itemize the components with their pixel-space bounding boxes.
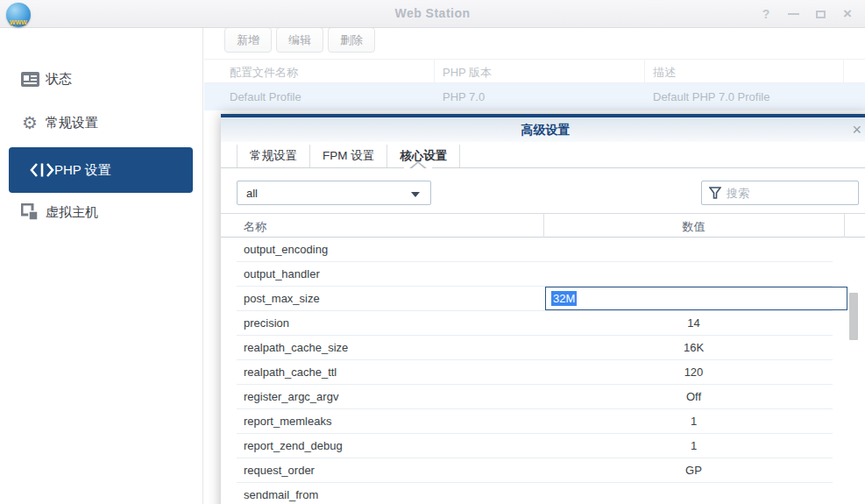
setting-value: 120 (543, 366, 844, 379)
filter-funnel-icon (709, 187, 721, 199)
setting-name: sendmail_from (244, 488, 318, 501)
sidebar-item-virtual-host[interactable]: 虚拟主机 (0, 196, 203, 228)
setting-row[interactable]: realpath_cache_size 16K (237, 336, 833, 360)
window-controls: ? × (759, 0, 854, 28)
setting-name: precision (244, 316, 289, 330)
filter-dropdown-value: all (246, 187, 258, 200)
setting-row[interactable]: realpath_cache_ttl 120 (237, 360, 833, 385)
setting-row[interactable]: report_zend_debug 1 (237, 434, 833, 458)
column-divider (844, 213, 845, 238)
setting-name: output_encoding (244, 243, 328, 256)
setting-name: realpath_cache_ttl (244, 366, 337, 379)
maximize-icon[interactable] (813, 7, 827, 21)
dialog-header: 高级设置 × (221, 117, 865, 142)
setting-value: Off (543, 390, 844, 403)
settings-rows: output_encoding output_handler post_max_… (237, 238, 833, 504)
column-divider (543, 213, 544, 238)
setting-name: request_order (244, 464, 315, 477)
column-header-value[interactable]: 数值 (543, 219, 844, 235)
setting-name: post_max_size (244, 292, 320, 305)
code-icon (30, 162, 54, 178)
setting-value: 16K (543, 341, 844, 354)
column-header-name[interactable]: 名称 (244, 219, 266, 235)
status-card-icon (19, 68, 40, 89)
dialog-title: 高级设置 (221, 123, 865, 138)
chevron-down-icon (411, 192, 420, 197)
sidebar-item-label: 状态 (46, 71, 72, 88)
help-icon[interactable]: ? (759, 7, 773, 21)
advanced-settings-dialog: 高级设置 × 常规设置 FPM 设置 核心设置 all 名称 数值 out (221, 114, 865, 504)
sidebar-item-status[interactable]: 状态 (0, 63, 203, 95)
search-box (701, 181, 859, 205)
setting-name: realpath_cache_size (244, 341, 348, 354)
close-icon[interactable]: × (840, 7, 854, 21)
scrollbar-thumb[interactable] (849, 293, 858, 340)
setting-name: report_zend_debug (244, 439, 343, 452)
setting-name: output_handler (244, 267, 320, 280)
setting-value: 1 (543, 415, 844, 428)
minimize-icon[interactable] (786, 7, 800, 21)
setting-row[interactable]: output_handler (237, 262, 833, 287)
setting-value: 14 (543, 316, 844, 330)
sidebar: 状态 ⚙ 常规设置 PHP 设置 虚拟主机 (0, 28, 203, 504)
setting-value: 1 (543, 439, 844, 452)
virtual-host-icon (19, 202, 40, 223)
window-title: Web Station (0, 6, 865, 20)
setting-row[interactable]: precision 14 (237, 311, 833, 336)
tab-underline (221, 167, 865, 168)
setting-row[interactable]: report_memleaks 1 (237, 409, 833, 434)
setting-row[interactable]: request_order GP (237, 458, 833, 483)
gear-icon: ⚙ (19, 112, 40, 133)
app-icon-label: WWW (6, 19, 31, 25)
sidebar-item-label: 虚拟主机 (46, 204, 98, 221)
setting-value: GP (543, 464, 844, 477)
tab-general-settings[interactable]: 常规设置 (237, 145, 309, 167)
sidebar-item-php-settings[interactable]: PHP 设置 (9, 147, 193, 193)
setting-row[interactable]: sendmail_from (237, 483, 833, 504)
setting-row[interactable]: output_encoding (237, 238, 833, 262)
filter-dropdown[interactable]: all (237, 181, 431, 205)
sidebar-item-general-settings[interactable]: ⚙ 常规设置 (0, 107, 203, 138)
sidebar-item-label: PHP 设置 (54, 162, 111, 179)
sidebar-item-label: 常规设置 (46, 115, 98, 131)
web-station-window: WWW Web Station ? × 状态 ⚙ 常规设置 PHP 设置 (0, 0, 865, 504)
setting-name: register_argc_argv (244, 390, 338, 403)
tab-fpm-settings[interactable]: FPM 设置 (309, 145, 386, 167)
dialog-close-icon[interactable]: × (852, 121, 861, 139)
setting-name: report_memleaks (244, 415, 331, 428)
title-bar: WWW Web Station ? × (0, 0, 865, 28)
post-max-size-input[interactable]: 32M (545, 287, 847, 310)
search-input[interactable] (727, 187, 858, 200)
selected-text: 32M (551, 291, 577, 306)
setting-row[interactable]: register_argc_argv Off (237, 385, 833, 409)
